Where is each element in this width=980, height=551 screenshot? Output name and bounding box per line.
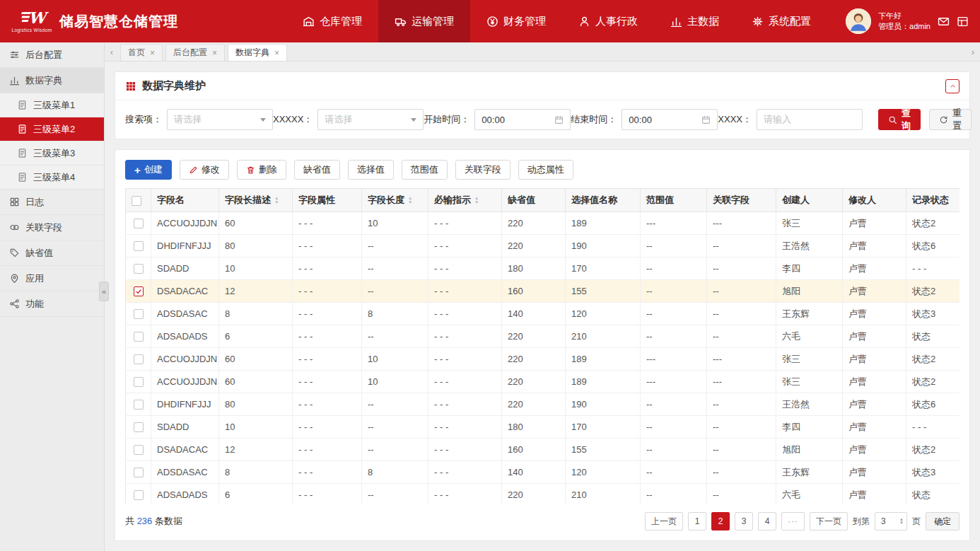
table-row[interactable]: ADSADADS6- - ---- - -220210----六毛卢曹状态 [126, 484, 960, 504]
row-checkbox[interactable] [134, 286, 144, 296]
page-2-button[interactable]: 2 [711, 512, 730, 530]
prev-page-button[interactable]: 上一页 [645, 512, 683, 530]
search-item-select[interactable]: 请选择 [167, 109, 273, 130]
sidebar-item-logs[interactable]: 日志 [0, 190, 104, 215]
column-header: 关联字段 [707, 189, 776, 212]
table-row[interactable]: ACCUOJJDJN60- - -10- - -220189------张三卢曹… [126, 348, 960, 371]
row-checkbox[interactable] [134, 468, 144, 477]
tabs-scroll-right-icon[interactable]: › [966, 42, 980, 61]
start-time-input[interactable]: 00:00 [474, 109, 571, 130]
next-page-button[interactable]: 下一页 [810, 512, 848, 530]
panel-collapse-button[interactable] [945, 79, 959, 93]
query-button[interactable]: 查询 [878, 109, 921, 130]
sidebar-item-application[interactable]: 应用 [0, 266, 104, 291]
sidebar-item-submenu-3[interactable]: 三级菜单3 [0, 141, 104, 166]
row-checkbox[interactable] [134, 490, 144, 500]
table-row[interactable]: ADSDASAC8- - -8- - -140120----王东辉卢曹状态3 [126, 461, 960, 484]
table-row[interactable]: DHDIFNFJJJ80- - ---- - -220190----王浩然卢曹状… [126, 235, 960, 257]
row-checkbox[interactable] [134, 422, 144, 432]
table-row[interactable]: DHDIFNFJJJ80- - ---- - -220190----王浩然卢曹状… [126, 393, 960, 416]
tab-close-icon[interactable]: × [274, 48, 279, 58]
tab-home[interactable]: 首页× [120, 44, 163, 61]
table-cell: 状态3 [906, 461, 960, 484]
sidebar-item-data-dictionary[interactable]: 数据字典 [0, 68, 104, 93]
xxxxx-select[interactable]: 请选择 [317, 109, 424, 130]
chevron-down-icon [260, 118, 266, 122]
mail-icon[interactable] [938, 16, 950, 28]
tab-data-dictionary[interactable]: 数据字典× [228, 44, 287, 61]
chevron-down-icon [411, 118, 416, 122]
select-value-button[interactable]: 选择值 [348, 160, 394, 180]
table-row[interactable]: ADSADADS6- - ---- - -220210----六毛卢曹状态 [126, 325, 960, 348]
range-value-button[interactable]: 范围值 [402, 160, 448, 180]
nav-item-warehouse[interactable]: 仓库管理 [286, 0, 378, 42]
sidebar-item-functions[interactable]: 功能 [0, 291, 104, 317]
nav-item-transport[interactable]: 运输管理 [378, 0, 470, 42]
row-checkbox[interactable] [134, 354, 144, 364]
table-row[interactable]: SDADD10- - ---- - -180170----李四卢曹- - - [126, 416, 960, 439]
column-header[interactable]: 字段长度▲▼ [362, 189, 428, 212]
row-checkbox[interactable] [134, 241, 144, 251]
sidebar-item-label: 三级菜单3 [33, 147, 75, 160]
default-value-button[interactable]: 缺省值 [294, 160, 340, 180]
column-header[interactable]: 字段长描述▲▼ [219, 189, 293, 212]
table-row[interactable]: ADSDASAC8- - -8- - -140120----王东辉卢曹状态3 [126, 303, 960, 325]
sidebar-item-default-values[interactable]: 缺省值 [0, 240, 104, 266]
related-field-button[interactable]: 关联字段 [455, 160, 511, 180]
tab-backend-config[interactable]: 后台配置× [165, 44, 225, 61]
xxxx-input[interactable]: 请输入 [757, 109, 863, 130]
sidebar-item-submenu-4[interactable]: 三级菜单4 [0, 166, 104, 190]
layout-icon[interactable] [957, 16, 969, 28]
table-row[interactable]: ACCUOJJDJN60- - -10- - -220189------张三卢曹… [126, 212, 960, 235]
row-checkbox[interactable] [134, 400, 144, 410]
row-checkbox[interactable] [134, 377, 144, 387]
end-time-input[interactable]: 00:00 [622, 109, 718, 130]
nav-item-hr[interactable]: 人事行政 [562, 0, 654, 42]
row-checkbox[interactable] [134, 445, 144, 455]
spinner-icon[interactable]: ▲▼ [899, 518, 904, 526]
select-all-checkbox[interactable] [132, 196, 141, 206]
delete-button[interactable]: 删除 [237, 160, 286, 180]
page-ellipsis[interactable]: ··· [781, 512, 805, 530]
dynamic-attr-button[interactable]: 动态属性 [518, 160, 573, 180]
row-checkbox[interactable] [134, 332, 144, 342]
tag-icon [9, 248, 20, 258]
sidebar-item-related-fields[interactable]: 关联字段 [0, 215, 104, 240]
avatar[interactable] [846, 8, 871, 34]
page-1-button[interactable]: 1 [688, 512, 706, 530]
reset-button[interactable]: 重置 [929, 109, 972, 130]
page-3-button[interactable]: 3 [735, 512, 753, 530]
table-cell: - - - [293, 257, 362, 280]
sort-icon[interactable]: ▲▼ [474, 196, 479, 204]
table-row[interactable]: SDADD10- - ---- - -180170----李四卢曹- - - [126, 257, 960, 280]
page-jump: 到第3▲▼页 [853, 512, 921, 530]
sort-icon[interactable]: ▲▼ [408, 196, 412, 204]
table-panel: +创建修改删除缺省值选择值范围值关联字段动态属性 字段名字段长描述▲▼字段属性字… [115, 149, 970, 541]
sidebar-item-submenu-2[interactable]: 三级菜单2 [0, 117, 104, 141]
page-jump-input[interactable]: 3▲▼ [875, 512, 907, 530]
table-row[interactable]: ACCUOJJDJN60- - -10- - -220189------张三卢曹… [126, 371, 960, 393]
confirm-button[interactable]: 确定 [926, 512, 959, 530]
sidebar-item-submenu-1[interactable]: 三级菜单1 [0, 93, 104, 117]
sidebar-item-backend-config[interactable]: 后台配置 [0, 42, 104, 68]
modify-button[interactable]: 修改 [180, 160, 229, 180]
sidebar-collapse-handle[interactable]: « [99, 282, 109, 301]
row-checkbox[interactable] [134, 264, 144, 274]
table-cell: 6 [219, 484, 293, 504]
tabs-scroll-left-icon[interactable]: ‹ [105, 42, 119, 61]
tab-close-icon[interactable]: × [212, 48, 217, 58]
nav-item-finance[interactable]: 财务管理 [470, 0, 562, 42]
table-row[interactable]: DSADACAC12- - ---- - -160155----旭阳卢曹状态2 [126, 439, 960, 461]
column-header[interactable]: 必输指示▲▼ [428, 189, 502, 212]
table-row[interactable]: DSADACAC12- - ---- - -160155----旭阳卢曹状态2 [126, 280, 960, 303]
sidebar-item-label: 数据字典 [25, 74, 62, 87]
tab-close-icon[interactable]: × [150, 48, 155, 58]
pencil-icon [189, 166, 198, 175]
row-checkbox[interactable] [134, 309, 144, 319]
nav-item-masterdata[interactable]: 主数据 [654, 0, 735, 42]
create-button[interactable]: +创建 [125, 160, 172, 180]
page-4-button[interactable]: 4 [758, 512, 776, 530]
nav-item-sysconfig[interactable]: 系统配置 [735, 0, 827, 42]
row-checkbox[interactable] [134, 219, 144, 228]
sort-icon[interactable]: ▲▼ [274, 196, 279, 204]
